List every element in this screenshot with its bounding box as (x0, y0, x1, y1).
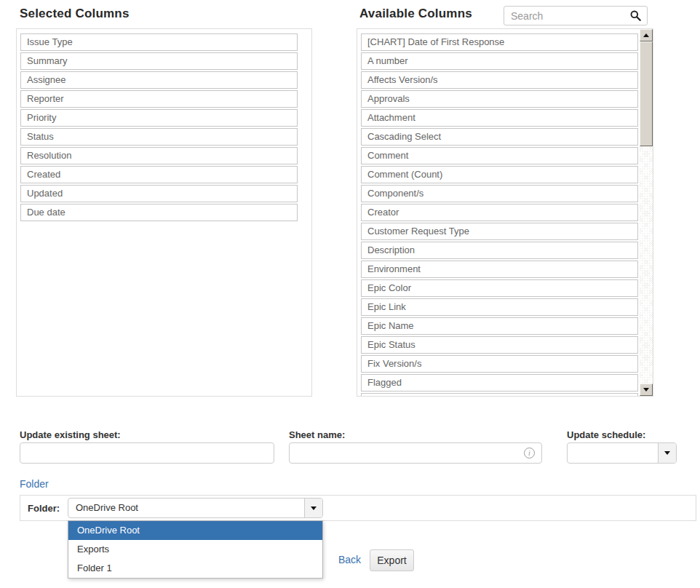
search-box (504, 6, 648, 25)
available-column-item[interactable]: Epic Link (361, 298, 638, 316)
selected-columns-panel: Issue Type Summary Assignee Reporter Pri… (16, 28, 312, 397)
back-link[interactable]: Back (338, 554, 361, 565)
selected-column-item[interactable]: Priority (20, 109, 298, 127)
available-column-item[interactable]: Cascading Select (361, 128, 638, 146)
selected-column-item[interactable]: Resolution (20, 147, 298, 164)
folder-dropdown-option[interactable]: Exports (68, 540, 322, 559)
available-column-item[interactable]: Creator (361, 204, 638, 221)
chevron-down-icon (664, 451, 670, 455)
available-column-item[interactable]: Comment (Count) (361, 166, 638, 183)
update-schedule-select[interactable] (567, 442, 677, 464)
available-column-item[interactable]: Component/s (361, 185, 638, 202)
available-column-item[interactable]: [CHART] Date of First Response (361, 33, 638, 51)
sheet-name-label: Sheet name: (289, 429, 345, 440)
export-button[interactable]: Export (370, 549, 414, 571)
triangle-down-icon (643, 388, 649, 392)
info-icon[interactable]: i (524, 448, 535, 458)
search-icon[interactable] (630, 10, 641, 21)
folder-dropdown-option[interactable]: Folder 1 (68, 559, 322, 578)
selected-column-item[interactable]: Status (20, 128, 298, 146)
update-existing-sheet-label: Update existing sheet: (20, 429, 121, 440)
selected-column-item[interactable]: Issue Type (20, 33, 298, 51)
available-column-item[interactable]: Epic Name (361, 317, 638, 335)
available-column-item[interactable]: Environment (361, 261, 638, 278)
export-config-page: Selected Columns Issue Type Summary Assi… (0, 0, 700, 588)
available-column-item[interactable]: Epic Color (361, 279, 638, 297)
scrollbar-up-button[interactable] (640, 29, 653, 41)
scrollbar-thumb[interactable] (640, 41, 653, 146)
selected-column-item[interactable]: Created (20, 166, 298, 183)
chevron-down-icon (311, 506, 317, 510)
triangle-up-icon (643, 33, 649, 37)
available-column-item[interactable]: Affects Version/s (361, 71, 638, 89)
selected-column-item[interactable]: Reporter (20, 90, 298, 108)
selected-columns-heading: Selected Columns (20, 7, 130, 21)
selected-column-item[interactable]: Summary (20, 52, 298, 70)
search-input[interactable] (504, 7, 647, 25)
folder-select-value: OneDrive Root (68, 498, 322, 517)
selected-column-item[interactable]: Assignee (20, 71, 298, 89)
selected-column-item[interactable]: Updated (20, 185, 298, 202)
available-columns-panel: [CHART] Date of First Response A number … (357, 28, 653, 397)
available-column-item[interactable]: Approvals (361, 90, 638, 108)
available-column-item[interactable]: A number (361, 52, 638, 70)
scrollbar (640, 29, 653, 396)
caret-segment (304, 498, 322, 517)
available-column-item[interactable]: Description (361, 242, 638, 259)
available-column-item[interactable]: Fix Version/s (361, 355, 638, 373)
available-column-item[interactable]: Group Priorität (361, 393, 638, 397)
update-schedule-label: Update schedule: (567, 429, 645, 440)
available-column-item[interactable]: Attachment (361, 109, 638, 127)
selected-column-item[interactable]: Due date (20, 204, 298, 221)
folder-field-label: Folder: (28, 503, 60, 514)
available-columns-heading: Available Columns (359, 7, 472, 21)
available-column-item[interactable]: Comment (361, 147, 638, 164)
available-column-item[interactable]: Epic Status (361, 336, 638, 354)
update-existing-sheet-input[interactable] (20, 442, 274, 464)
available-column-item[interactable]: Customer Request Type (361, 223, 638, 240)
folder-panel: Folder: OneDrive Root (20, 495, 696, 521)
available-column-item[interactable]: Flagged (361, 374, 638, 392)
folder-section-link[interactable]: Folder (20, 478, 49, 490)
folder-dropdown-option[interactable]: OneDrive Root (68, 521, 322, 540)
folder-dropdown-menu: OneDrive Root Exports Folder 1 (68, 520, 323, 579)
sheet-name-input[interactable] (289, 442, 542, 464)
folder-select[interactable]: OneDrive Root (68, 498, 323, 518)
scrollbar-down-button[interactable] (640, 384, 653, 396)
caret-segment (658, 443, 676, 463)
